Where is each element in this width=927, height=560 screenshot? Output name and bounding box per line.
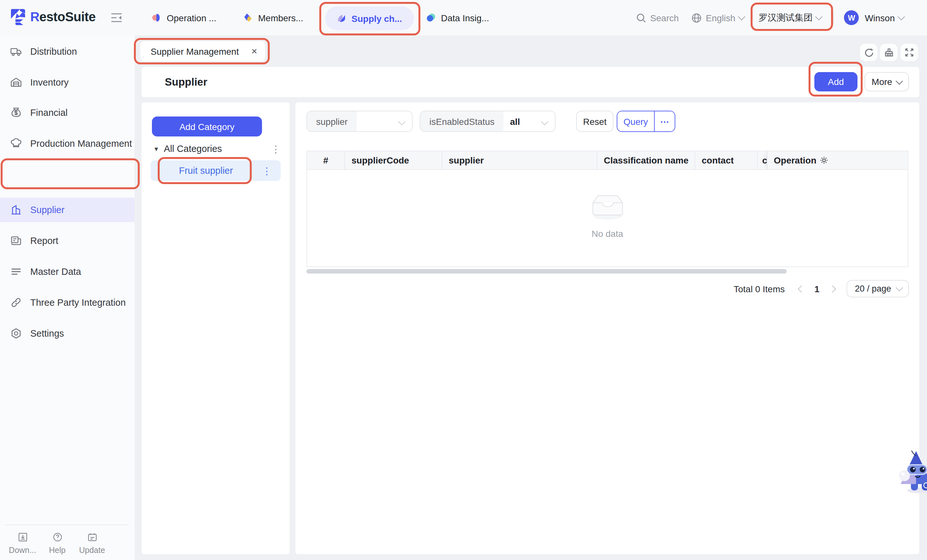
brand-logo: RestoSuite	[10, 8, 96, 26]
sidebar-footer-help[interactable]: Help	[40, 532, 74, 555]
supplier-building-icon	[10, 204, 22, 216]
global-search[interactable]: Search	[636, 12, 679, 23]
app-root: RestoSuite Operation ... Members...	[0, 0, 927, 560]
pagination-prev-button[interactable]	[794, 281, 809, 296]
refresh-button[interactable]	[860, 44, 877, 61]
category-panel: Add Category ▾ All Categories ⋮ Fruit su…	[141, 102, 290, 554]
update-calendar-icon	[87, 532, 97, 542]
column-header-contact: contact	[695, 151, 758, 169]
nav-item-data-insights[interactable]: Data Insig...	[426, 0, 489, 35]
brand-logo-icon	[10, 8, 26, 26]
supplier-list-panel: supplier isEnabledStatus all Reset Query	[295, 102, 919, 554]
avatar: W	[844, 10, 859, 25]
column-settings-gear-icon[interactable]	[819, 156, 828, 165]
sidebar-collapse-icon[interactable]	[111, 13, 122, 23]
reset-button[interactable]: Reset	[576, 111, 614, 132]
topbar-divider	[833, 11, 834, 24]
settings-nut-icon	[10, 328, 22, 339]
nav-item-operation[interactable]: Operation ...	[152, 0, 216, 35]
money-bag-icon	[10, 107, 22, 118]
sidebar-item-distribution[interactable]: Distribution	[0, 39, 135, 64]
empty-state: No data	[307, 193, 908, 239]
top-bar: RestoSuite Operation ... Members...	[0, 0, 927, 35]
nav-item-members[interactable]: Members...	[243, 0, 303, 35]
select-chevron-icon	[541, 118, 549, 125]
column-header-index: #	[307, 151, 345, 169]
category-item-fruit-supplier[interactable]: Fruit supplier ⋮	[150, 160, 281, 181]
sidebar-item-financial[interactable]: Financial	[0, 100, 135, 125]
download-icon	[18, 532, 27, 542]
language-selector[interactable]: English	[692, 12, 745, 23]
globe-icon	[692, 12, 702, 23]
user-menu[interactable]: W Winson	[844, 10, 904, 25]
truck-icon	[10, 46, 22, 57]
table-body: No data	[307, 170, 908, 267]
supplier-filter-select[interactable]: supplier	[306, 111, 413, 132]
sidebar-item-settings[interactable]: Settings	[0, 321, 135, 346]
pagination-current-page[interactable]: 1	[809, 284, 825, 294]
sidebar: Distribution Inventory Financial Product…	[0, 35, 135, 560]
sidebar-footer-divider	[5, 525, 129, 525]
sidebar-item-report[interactable]: Report	[0, 229, 135, 253]
category-kebab-menu-icon[interactable]: ⋮	[262, 166, 272, 175]
tab-supplier-management[interactable]: Supplier Management ✕	[140, 41, 265, 61]
clear-cache-button[interactable]	[880, 44, 897, 61]
refresh-icon	[863, 47, 874, 58]
table-header-row: # supplierCode supplier Classification n…	[307, 151, 908, 170]
add-supplier-button[interactable]: Add	[815, 72, 857, 91]
members-icon	[243, 13, 253, 23]
sidebar-footer-download[interactable]: Down...	[5, 532, 40, 555]
master-data-icon	[10, 266, 22, 278]
pagination-next-button[interactable]	[825, 281, 840, 296]
column-header-truncated: c	[758, 151, 767, 169]
pagination: Total 0 Items 1 20 / page	[295, 280, 909, 297]
help-icon	[52, 532, 62, 542]
column-header-operation: Operation	[767, 151, 908, 169]
root-kebab-menu-icon[interactable]: ⋮	[271, 144, 281, 153]
pagination-total: Total 0 Items	[734, 284, 785, 294]
select-chevron-icon	[398, 118, 406, 125]
assistant-mascot[interactable]	[899, 449, 927, 494]
broom-icon	[883, 47, 894, 58]
brand-name: RestoSuite	[30, 10, 96, 24]
page-size-select[interactable]: 20 / page	[846, 280, 909, 297]
organization-selector[interactable]: 罗汉测试集团	[759, 12, 822, 23]
query-button[interactable]: Query	[617, 111, 655, 131]
query-more-button[interactable]: ⋯	[655, 111, 675, 131]
sidebar-item-three-party-integration[interactable]: Three Party Integration	[0, 290, 135, 315]
operation-icon	[152, 13, 161, 23]
status-filter-select[interactable]: isEnabledStatus all	[420, 111, 556, 132]
horizontal-scrollbar-thumb[interactable]	[306, 269, 787, 273]
tree-collapse-caret-icon[interactable]: ▾	[155, 144, 158, 153]
select-chevron-icon	[896, 284, 903, 291]
add-category-button[interactable]: Add Category	[152, 117, 262, 137]
empty-inbox-icon	[591, 193, 623, 220]
fullscreen-button[interactable]	[901, 44, 918, 61]
more-button[interactable]: More	[865, 72, 909, 91]
sidebar-item-production-management[interactable]: Production Management	[0, 131, 135, 156]
empty-state-text: No data	[592, 229, 623, 239]
nav-item-supply-chain[interactable]: Supply ch...	[325, 6, 413, 30]
chef-hat-icon	[10, 138, 22, 149]
report-icon	[10, 235, 22, 247]
sidebar-item-inventory[interactable]: Inventory	[0, 70, 135, 95]
page-title: Supplier	[165, 76, 207, 88]
sidebar-footer-update[interactable]: Update	[74, 532, 109, 555]
tab-close-icon[interactable]: ✕	[251, 47, 257, 56]
page-header-card: Supplier Add More	[141, 67, 919, 97]
fullscreen-icon	[904, 48, 914, 57]
integration-link-icon	[10, 297, 22, 308]
supply-chain-icon	[337, 14, 346, 23]
category-tree-root[interactable]: ▾ All Categories ⋮	[141, 140, 290, 158]
supplier-table: # supplierCode supplier Classification n…	[306, 150, 908, 267]
sidebar-item-supplier[interactable]: Supplier	[0, 197, 135, 222]
column-header-classification-name: Classification name	[597, 151, 695, 169]
sidebar-item-master-data[interactable]: Master Data	[0, 260, 135, 284]
column-header-supplier-code: supplierCode	[345, 151, 442, 169]
warehouse-icon	[10, 77, 22, 88]
data-insights-icon	[426, 13, 436, 23]
search-icon	[636, 12, 646, 23]
column-header-supplier: supplier	[442, 151, 597, 169]
